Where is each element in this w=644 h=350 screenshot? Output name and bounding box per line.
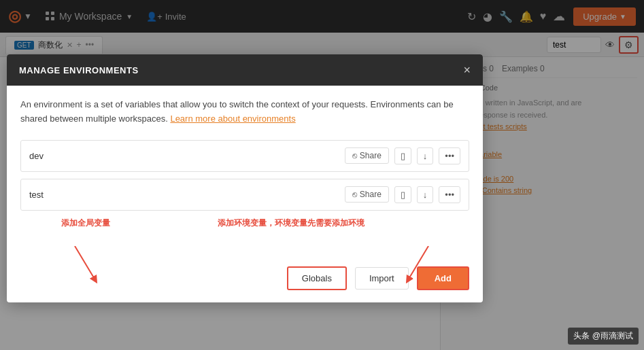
modal-overlay: MANAGE ENVIRONMENTS × An environment is … xyxy=(0,0,644,350)
arrow-add xyxy=(367,246,449,287)
env-row-test: test ⎋ Share ▯ ↓ ••• xyxy=(20,179,469,211)
download-button-test[interactable]: ↓ xyxy=(417,186,434,203)
modal-description: An environment is a set of variables tha… xyxy=(20,98,469,126)
duplicate-button-test[interactable]: ▯ xyxy=(394,186,411,203)
globals-button[interactable]: Globals xyxy=(287,266,347,290)
share-button-test[interactable]: ⎋ Share xyxy=(345,186,389,203)
watermark: 头条 @雨滴测试 xyxy=(568,328,639,345)
manage-environments-modal: MANAGE ENVIRONMENTS × An environment is … xyxy=(7,54,483,302)
modal-footer: Globals Import Add xyxy=(7,257,483,302)
modal-body: An environment is a set of variables tha… xyxy=(7,86,483,257)
share-label-dev: Share xyxy=(360,151,382,160)
env-actions-dev: ⎋ Share ▯ ↓ ••• xyxy=(345,147,460,164)
share-icon-dev: ⎋ xyxy=(352,151,357,160)
modal-title: MANAGE ENVIRONMENTS xyxy=(19,65,139,75)
more-button-test[interactable]: ••• xyxy=(439,186,460,203)
more-button-dev[interactable]: ••• xyxy=(439,147,460,164)
modal-close-button[interactable]: × xyxy=(463,64,471,76)
arrow-globals xyxy=(54,246,136,287)
download-button-dev[interactable]: ↓ xyxy=(417,147,434,164)
env-name-dev: dev xyxy=(29,151,345,161)
share-label-test: Share xyxy=(360,190,382,199)
modal-header: MANAGE ENVIRONMENTS × xyxy=(7,54,483,86)
share-button-dev[interactable]: ⎋ Share xyxy=(345,147,389,164)
env-name-test: test xyxy=(29,190,345,200)
annotation-add-global: 添加全局变量 xyxy=(61,217,110,229)
duplicate-button-dev[interactable]: ▯ xyxy=(394,147,411,164)
learn-more-link[interactable]: Learn more about environments xyxy=(170,113,295,124)
share-icon-test: ⎋ xyxy=(352,190,357,199)
env-row-dev: dev ⎋ Share ▯ ↓ ••• xyxy=(20,140,469,172)
annotation-add-env: 添加环境变量，环境变量先需要添加环境 xyxy=(218,217,365,229)
env-actions-test: ⎋ Share ▯ ↓ ••• xyxy=(345,186,460,203)
annotation-area: 添加全局变量 添加环境变量，环境变量先需要添加环境 xyxy=(20,217,469,245)
